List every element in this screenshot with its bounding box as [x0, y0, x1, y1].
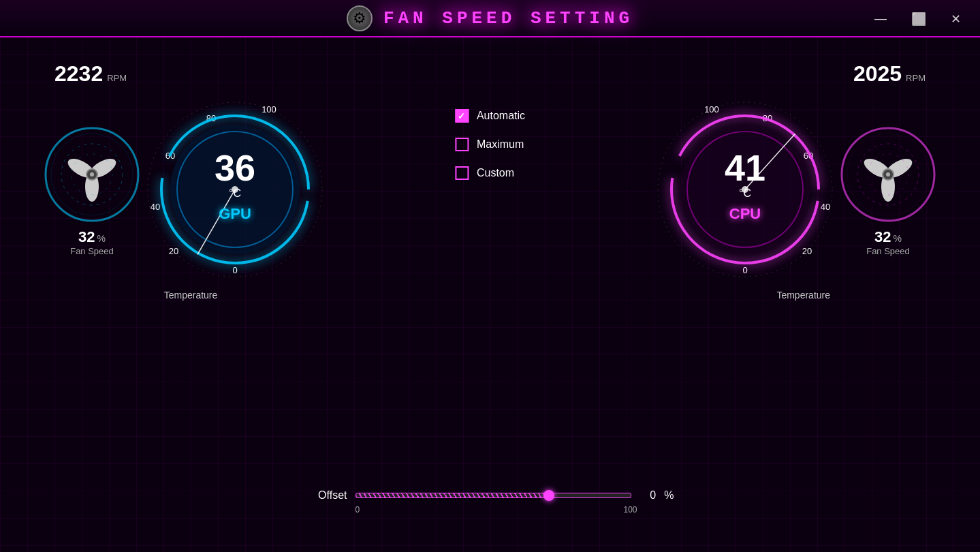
svg-point-39 — [886, 172, 890, 177]
offset-scale: 0 100 — [355, 505, 637, 515]
automatic-row[interactable]: ✓ Automatic — [455, 109, 525, 123]
gpu-fan-speed-label: Fan Speed — [70, 246, 114, 256]
cpu-gauge-title: Temperature — [639, 290, 939, 301]
cpu-fan-percent-value: 32 — [874, 228, 891, 246]
cpu-fan-svg — [837, 123, 939, 226]
cpu-fan-percent-row: 32 % — [874, 228, 902, 246]
cpu-fan-speed-label: Fan Speed — [866, 246, 910, 256]
maximize-button[interactable]: ⬜ — [906, 9, 932, 29]
cpu-temp-value: 41 — [725, 149, 765, 186]
svg-text:100: 100 — [704, 104, 719, 114]
gpu-fan-widget — [41, 123, 143, 226]
gpu-rpm-value: 2232 — [54, 61, 103, 87]
center-controls: ✓ Automatic Maximum Custom — [455, 109, 525, 180]
gpu-fan-percent-row: 32 % — [78, 228, 106, 246]
close-button[interactable]: ✕ — [945, 9, 966, 29]
gpu-fan-gauge-row: 32 % Fan Speed /* tick generation done i… — [41, 91, 334, 288]
maximum-checkbox[interactable] — [455, 138, 469, 151]
gpu-fan-column: 32 % Fan Speed — [41, 123, 143, 256]
svg-text:100: 100 — [262, 104, 276, 114]
custom-row[interactable]: Custom — [455, 166, 525, 180]
svg-text:40: 40 — [151, 202, 160, 212]
svg-text:0: 0 — [742, 265, 747, 275]
cpu-fan-column: 32 % Fan Speed — [837, 123, 939, 256]
gpu-fan-percent-sym: % — [97, 233, 106, 244]
offset-thumb[interactable] — [543, 490, 554, 501]
gpu-temp-value: 36 — [215, 149, 255, 186]
cpu-section: 2025 RPM 0 20 40 60 80 100 — [639, 61, 939, 301]
svg-text:20: 20 — [169, 246, 178, 256]
minimize-button[interactable]: — — [869, 9, 892, 29]
cpu-fan-percent-sym: % — [894, 233, 902, 244]
gpu-fan-svg — [41, 123, 143, 226]
custom-label: Custom — [477, 167, 514, 179]
automatic-label: Automatic — [477, 110, 525, 122]
offset-unit: % — [664, 489, 674, 502]
cpu-rpm-row: 2025 RPM — [853, 61, 926, 87]
svg-text:20: 20 — [802, 246, 812, 256]
gpu-inner-label: GPU — [215, 205, 255, 223]
cpu-gauge-fan-row: 0 20 40 60 80 100 — [646, 91, 939, 288]
app-title: FAN SPEED SETTING — [383, 8, 633, 29]
cpu-rpm-unit: RPM — [906, 73, 926, 83]
gpu-gauge: /* tick generation done in JS below */ 0… — [136, 91, 334, 288]
svg-text:40: 40 — [821, 202, 830, 212]
automatic-checkbox[interactable]: ✓ — [455, 109, 469, 123]
cpu-inner-label: CPU — [725, 205, 765, 223]
titlebar-center: ⚙ FAN SPEED SETTING — [347, 5, 633, 31]
gpu-temp-unit: °C — [215, 187, 255, 200]
offset-value: 0 — [639, 489, 656, 502]
offset-track[interactable] — [355, 493, 632, 498]
offset-scale-min: 0 — [355, 505, 360, 515]
offset-row: Offset 0 % — [306, 489, 674, 502]
cpu-fan-widget — [837, 123, 939, 226]
gpu-fan-percent-value: 32 — [78, 228, 95, 246]
titlebar-controls: — ⬜ ✕ — [869, 0, 966, 37]
svg-text:0: 0 — [232, 265, 237, 275]
gpu-gauge-title: Temperature — [41, 290, 341, 301]
gpu-rpm-unit: RPM — [107, 73, 127, 83]
offset-label: Offset — [306, 489, 347, 502]
gpu-section: 2232 RPM — [41, 61, 341, 301]
offset-section: Offset 0 % 0 100 — [306, 489, 674, 515]
offset-scale-max: 100 — [623, 505, 637, 515]
fan-title-icon: ⚙ — [347, 5, 373, 31]
gpu-rpm-row: 2232 RPM — [54, 61, 127, 87]
svg-point-6 — [90, 172, 94, 177]
titlebar: ⚙ FAN SPEED SETTING — ⬜ ✕ — [0, 0, 980, 37]
cpu-gauge: 0 20 40 60 80 100 — [646, 91, 844, 288]
cpu-temp-unit: °C — [725, 187, 765, 200]
custom-checkbox[interactable] — [455, 166, 469, 180]
cpu-rpm-value: 2025 — [853, 61, 902, 87]
maximum-row[interactable]: Maximum — [455, 138, 525, 151]
maximum-label: Maximum — [477, 138, 524, 151]
offset-slider-wrap[interactable] — [355, 489, 632, 502]
